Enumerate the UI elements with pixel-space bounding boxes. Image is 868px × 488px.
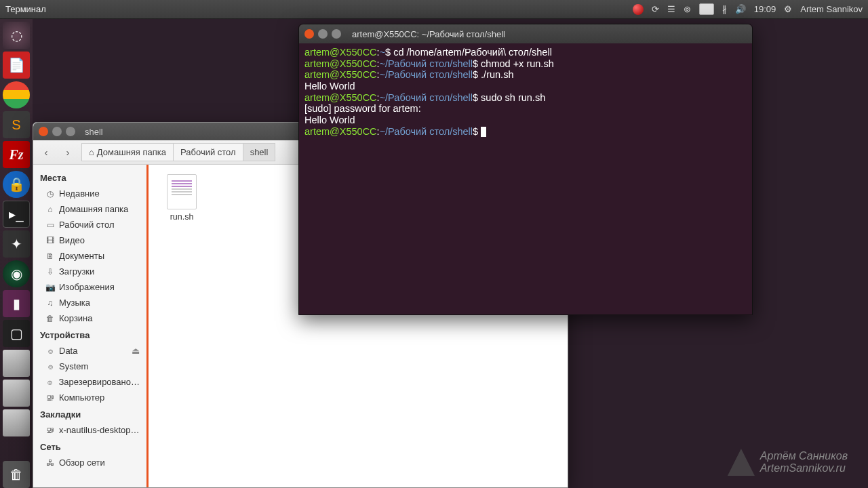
power-icon[interactable]: ⚙	[784, 4, 792, 14]
sidebar-item-icon: ▭	[45, 220, 55, 230]
sidebar-item[interactable]: ⌾Зарезервировано…	[33, 374, 146, 390]
maximize-button[interactable]	[332, 29, 341, 39]
terminal-output[interactable]: artem@X550CC:~$ cd /home/artem/Рабочий\ …	[299, 43, 752, 140]
terminal-titlebar[interactable]: artem@X550CC: ~/Рабочий стол/shell	[299, 24, 752, 43]
sidebar-item-icon: ◷	[45, 189, 55, 199]
sidebar-item[interactable]: 🖳x-nautilus-desktop…	[33, 422, 146, 438]
sidebar-item-label: Обзор сети	[59, 458, 105, 468]
sidebar-item[interactable]: 🖧Обзор сети	[33, 455, 146, 470]
menu-icon[interactable]: ☰	[667, 4, 675, 14]
libreoffice-icon[interactable]: 📄	[3, 52, 30, 79]
app-icon[interactable]: ▮	[3, 290, 30, 317]
trash-icon[interactable]: 🗑	[3, 461, 30, 488]
sidebar-item[interactable]: ▭Рабочий стол	[33, 217, 146, 232]
sidebar-item-icon: ⌾	[45, 362, 55, 371]
terminal-window: artem@X550CC: ~/Рабочий стол/shell artem…	[298, 24, 753, 315]
top-panel: Терминал ⟳ ☰ ⊚ En ∦ 🔊 19:09 ⚙ Artem Sann…	[0, 0, 868, 19]
close-button[interactable]	[39, 127, 48, 136]
unity-launcher: ◌ 📄 S Fz 🔒 ▸_ ✦ ◉ ▮ ▢ 🗑	[0, 19, 33, 488]
sidebar-item-label: Изображения	[59, 282, 115, 292]
home-icon: ⌂	[89, 147, 94, 157]
sidebar-item-label: x-nautilus-desktop…	[59, 425, 140, 435]
sidebar-item-icon: ♫	[45, 298, 55, 308]
crumb-desktop[interactable]: Рабочий стол	[173, 143, 243, 161]
script-file-icon	[167, 174, 197, 209]
file-manager-title: shell	[85, 127, 103, 137]
chrome-icon[interactable]	[3, 81, 30, 108]
user-name[interactable]: Artem Sannikov	[800, 4, 863, 14]
sidebar-item[interactable]: ♫Музыка	[33, 295, 146, 310]
watermark: Артём Санников ArtemSannikov.ru	[728, 449, 848, 476]
volume-icon[interactable]: 🔊	[735, 4, 746, 14]
sidebar-item[interactable]: 🗎Документы	[33, 248, 146, 264]
file-manager-sidebar: Места◷Недавние⌂Домашняя папка▭Рабочий ст…	[33, 165, 149, 487]
eject-icon[interactable]: ⏏	[132, 346, 140, 356]
sidebar-item-icon: ⌂	[45, 205, 55, 214]
sidebar-item-label: System	[59, 361, 88, 371]
sidebar-item-icon: 🖳	[45, 426, 55, 435]
dash-icon[interactable]: ◌	[3, 22, 30, 49]
sync-icon[interactable]: ⟳	[652, 4, 659, 14]
sidebar-item-label: Рабочий стол	[59, 220, 115, 230]
file-run-sh[interactable]: run.sh	[158, 174, 205, 222]
sidebar-item-icon: ⌾	[45, 346, 55, 356]
settings-icon[interactable]: ✦	[3, 230, 30, 258]
sidebar-item[interactable]: 🎞Видео	[33, 232, 146, 248]
sidebar-item[interactable]: ⌾System	[33, 359, 146, 374]
drive2-icon[interactable]	[3, 380, 30, 407]
watermark-url: ArtemSannikov.ru	[760, 462, 848, 474]
sidebar-item[interactable]: ⇩Загрузки	[33, 264, 146, 279]
sidebar-item-label: Загрузки	[59, 266, 94, 277]
sidebar-item[interactable]: ⌂Домашняя папка	[33, 201, 146, 217]
record-indicator-icon[interactable]	[633, 4, 644, 15]
clock[interactable]: 19:09	[754, 4, 776, 14]
breadcrumb: ⌂Домашняя папка Рабочий стол shell	[82, 143, 275, 161]
sidebar-item[interactable]: ⌾Data⏏	[33, 343, 146, 359]
sidebar-section-head: Сеть	[33, 438, 146, 455]
sidebar-item-label: Документы	[59, 251, 104, 261]
forward-button[interactable]: ›	[58, 143, 78, 162]
monitor-icon[interactable]: ▢	[3, 320, 30, 347]
sidebar-section-head: Устройства	[33, 326, 146, 343]
minimize-button[interactable]	[52, 127, 62, 136]
sidebar-section-head: Закладки	[33, 405, 146, 422]
sidebar-item-label: Видео	[59, 235, 85, 245]
sidebar-item-icon: ⇩	[45, 267, 55, 277]
sidebar-item-icon: 🖧	[45, 458, 55, 468]
sidebar-item-icon: 📷	[45, 283, 55, 292]
sidebar-item-icon: 🗑	[45, 314, 55, 323]
drive1-icon[interactable]	[3, 350, 30, 377]
keepass-icon[interactable]: 🔒	[3, 171, 30, 198]
file-label: run.sh	[158, 212, 205, 222]
maximize-button[interactable]	[66, 127, 75, 136]
minimize-button[interactable]	[318, 29, 328, 39]
sidebar-item[interactable]: 🖳Компьютер	[33, 390, 146, 405]
sidebar-item-icon: 🖳	[45, 393, 55, 403]
filezilla-icon[interactable]: Fz	[3, 141, 30, 168]
bluetooth-icon[interactable]: ∦	[722, 4, 727, 14]
back-button[interactable]: ‹	[36, 143, 56, 162]
wifi-icon[interactable]: ⊚	[684, 4, 691, 14]
sidebar-item-label: Корзина	[59, 313, 93, 323]
terminal-title: artem@X550CC: ~/Рабочий стол/shell	[352, 29, 505, 39]
watermark-name: Артём Санников	[760, 450, 848, 462]
sidebar-item-icon: ⌾	[45, 378, 54, 387]
sidebar-item[interactable]: ◷Недавние	[33, 186, 146, 201]
crumb-home[interactable]: ⌂Домашняя папка	[81, 143, 174, 161]
watermark-logo-icon	[728, 449, 755, 476]
sidebar-item-label: Недавние	[59, 188, 100, 199]
sidebar-item[interactable]: 🗑Корзина	[33, 310, 146, 326]
sidebar-item[interactable]: 📷Изображения	[33, 279, 146, 295]
crumb-shell[interactable]: shell	[243, 143, 276, 161]
sublime-icon[interactable]: S	[3, 111, 30, 138]
sidebar-item-label: Музыка	[59, 298, 90, 308]
sidebar-item-label: Компьютер	[59, 392, 104, 403]
sidebar-item-label: Зарезервировано…	[58, 377, 140, 387]
drive3-icon[interactable]	[3, 409, 30, 436]
keyboard-layout-indicator[interactable]: En	[699, 3, 714, 15]
tor-icon[interactable]: ◉	[3, 260, 30, 287]
terminal-icon[interactable]: ▸_	[3, 201, 30, 228]
sidebar-item-icon: 🎞	[45, 236, 55, 245]
sidebar-section-head: Места	[33, 169, 146, 186]
close-button[interactable]	[304, 29, 314, 39]
